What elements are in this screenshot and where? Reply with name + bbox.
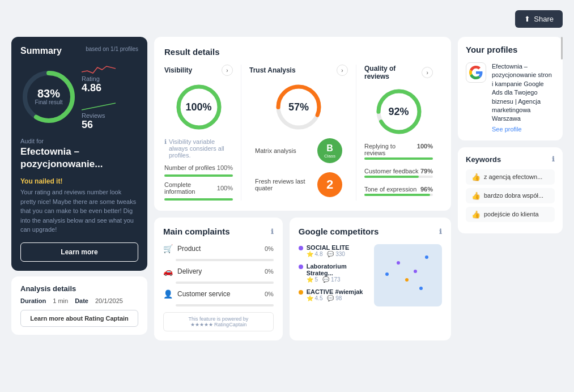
duration-value: 1 min bbox=[53, 297, 68, 304]
keyword-text: bardzo dobra współ... bbox=[484, 192, 543, 199]
trust-donut: 57% bbox=[273, 82, 324, 133]
complaints-list: 🛒 Product 0% 🚗 Delivery 0% 👤 Customer se… bbox=[163, 244, 274, 306]
final-label: Final result bbox=[35, 99, 63, 106]
tone-metric: Tone of expression 96% bbox=[364, 186, 433, 196]
fresh-badge: 2 bbox=[317, 172, 342, 197]
competitors-title: Google competitors bbox=[299, 227, 379, 236]
analysis-title: Analysis details bbox=[20, 284, 138, 293]
comp-stats: ⭐ 4.8 💬 330 bbox=[307, 251, 350, 257]
share-label: Share bbox=[534, 15, 554, 23]
keyword-text: podejście do klienta bbox=[484, 211, 539, 218]
nailed-it: You nailed it! bbox=[20, 177, 138, 185]
final-result-circle: 83% Final result bbox=[20, 69, 77, 125]
competitors-list: SOCIAL ELITE ⭐ 4.8 💬 330 Laboratorium St… bbox=[299, 244, 368, 307]
comp-dot bbox=[299, 246, 303, 250]
reviews-value: 56 bbox=[82, 119, 138, 131]
keyword-tag: 👍bardzo dobra współ... bbox=[466, 188, 555, 203]
right-panel: Your profiles Efectownia – pozycjonowani… bbox=[458, 37, 563, 340]
complaint-label: Customer service bbox=[177, 290, 260, 298]
matrix-row: Matrix analysis B Class bbox=[255, 138, 342, 163]
competitors-info-icon[interactable]: ℹ bbox=[439, 228, 442, 236]
complaint-icon: 🛒 bbox=[163, 244, 173, 253]
fresh-row: Fresh reviews last quater 2 bbox=[255, 172, 342, 197]
trust-chevron[interactable]: › bbox=[337, 65, 348, 76]
see-profile-link[interactable]: See profile bbox=[492, 126, 555, 133]
powered-by: This feature is powered by ★★★★★ RatingC… bbox=[163, 312, 274, 331]
keywords-title: Keywords bbox=[466, 155, 501, 164]
quality-donut: 92% bbox=[373, 86, 424, 137]
info-label: Complete information bbox=[164, 181, 217, 195]
reviews-metric: Reviews 56 bbox=[82, 100, 138, 131]
replying-label: Replying to reviews bbox=[364, 143, 417, 156]
comp-dot bbox=[299, 290, 303, 295]
profile-item: Efectownia – pozycjonowanie stron i kamp… bbox=[466, 62, 555, 133]
competitor-item: EACTIVE #wiemjak ⭐ 4.5 💬 98 bbox=[299, 288, 368, 301]
keywords-info-icon[interactable]: ℹ bbox=[552, 155, 555, 164]
share-button[interactable]: ⬆ Share bbox=[515, 10, 563, 28]
visibility-chevron[interactable]: › bbox=[222, 65, 233, 76]
audit-name: Efectownia – pozycjonowanie... bbox=[20, 146, 138, 171]
share-icon: ⬆ bbox=[524, 15, 530, 23]
profiles-card: Your profiles Efectownia – pozycjonowani… bbox=[458, 37, 563, 140]
learn-more-button[interactable]: Learn more bbox=[20, 242, 138, 262]
analysis-card: Analysis details Duration 1 min Date 20/… bbox=[11, 276, 147, 335]
scrollbar-indicator bbox=[561, 37, 563, 59]
complaint-item: 👤 Customer service 0% bbox=[163, 289, 274, 306]
feedback-label: Customer feedback bbox=[364, 168, 418, 174]
duration-label: Duration bbox=[20, 297, 46, 304]
profiles-pct: 100% bbox=[217, 164, 233, 171]
replying-metric: Replying to reviews 100% bbox=[364, 143, 433, 160]
complaint-icon: 🚗 bbox=[163, 267, 173, 276]
comp-name: SOCIAL ELITE bbox=[307, 244, 350, 251]
summary-card: Summary based on 1/1 profiles 83% Final … bbox=[11, 37, 147, 271]
learn-more-captain-button[interactable]: Learn more about Rating Captain bbox=[20, 310, 138, 327]
replying-pct: 100% bbox=[417, 143, 433, 156]
keyword-tag: 👍podejście do klienta bbox=[466, 207, 555, 222]
profiles-label: Number of profiles bbox=[164, 164, 215, 171]
complaints-card: Main complaints ℹ 🛒 Product 0% 🚗 Deliver… bbox=[154, 218, 283, 340]
nailed-desc: Your rating and reviews number look pret… bbox=[20, 188, 138, 235]
keywords-list: 👍z agencją efectown...👍bardzo dobra wspó… bbox=[466, 169, 555, 222]
left-panel: Summary based on 1/1 profiles 83% Final … bbox=[11, 37, 147, 340]
complaint-pct: 0% bbox=[265, 291, 274, 297]
tone-label: Tone of expression bbox=[364, 186, 416, 193]
comp-dot bbox=[299, 265, 303, 269]
complaint-item: 🚗 Delivery 0% bbox=[163, 267, 274, 284]
trust-percent: 57% bbox=[288, 101, 309, 113]
comp-stats: ⭐ 5 💬 173 bbox=[307, 276, 368, 283]
profile-info: Efectownia – pozycjonowanie stron i kamp… bbox=[492, 62, 555, 133]
complaints-info-icon[interactable]: ℹ bbox=[271, 228, 274, 236]
tone-pct: 96% bbox=[420, 186, 433, 193]
keyword-text: z agencją efectown... bbox=[484, 173, 542, 180]
middle-area: Result details Visibility › bbox=[154, 37, 451, 340]
rating-value: 4.86 bbox=[82, 82, 138, 94]
competitor-item: SOCIAL ELITE ⭐ 4.8 💬 330 bbox=[299, 244, 368, 257]
keyword-icon: 👍 bbox=[471, 210, 481, 219]
quality-chevron[interactable]: › bbox=[422, 67, 433, 78]
google-logo bbox=[466, 62, 486, 83]
analysis-row: Duration 1 min Date 20/1/2025 bbox=[20, 297, 138, 304]
complaint-pct: 0% bbox=[265, 268, 274, 275]
fresh-label: Fresh reviews last quater bbox=[255, 178, 312, 191]
audit-for-label: Audit for bbox=[20, 138, 138, 144]
comp-stats: ⭐ 4.5 💬 98 bbox=[307, 295, 363, 301]
profiles-title: Your profiles bbox=[466, 45, 555, 54]
matrix-label: Matrix analysis bbox=[255, 147, 312, 154]
keywords-card: Keywords ℹ 👍z agencją efectown...👍bardzo… bbox=[458, 147, 563, 233]
result-details-card: Result details Visibility › bbox=[154, 37, 451, 211]
comp-name: Laboratorium Strateg... bbox=[307, 263, 368, 276]
reviews-label: Reviews bbox=[82, 112, 138, 119]
trust-col: Trust Analysis › 57% bbox=[241, 65, 356, 201]
visibility-col: Visibility › 100% ℹ bbox=[164, 65, 241, 201]
profile-name: Efectownia – pozycjonowanie stron i kamp… bbox=[492, 62, 555, 123]
trust-title: Trust Analysis › bbox=[249, 65, 348, 76]
competitors-map bbox=[374, 244, 442, 306]
complaint-item: 🛒 Product 0% bbox=[163, 244, 274, 261]
visibility-note: ℹ Visibility variable always considers a… bbox=[164, 138, 233, 159]
complaint-label: Product bbox=[177, 245, 260, 253]
keyword-icon: 👍 bbox=[471, 191, 481, 200]
visibility-percent: 100% bbox=[185, 101, 211, 113]
feedback-pct: 79% bbox=[420, 168, 433, 174]
bottom-row: Main complaints ℹ 🛒 Product 0% 🚗 Deliver… bbox=[154, 218, 451, 340]
competitor-item: Laboratorium Strateg... ⭐ 5 💬 173 bbox=[299, 263, 368, 283]
